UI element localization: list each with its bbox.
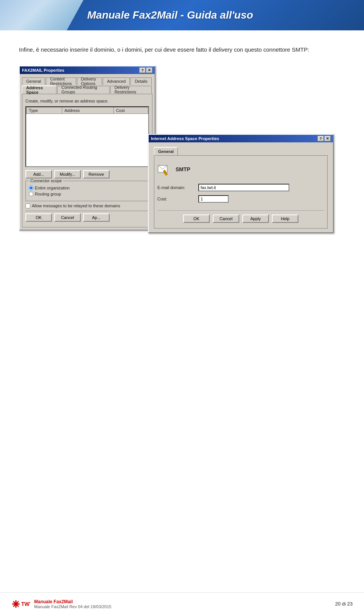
tab-row-1: General Content Restrictions Delivery Op… (22, 76, 152, 85)
header-decoration (0, 0, 83, 30)
col-cost: Cost (114, 107, 148, 114)
page-footer: TWT Manuale Fax2Mail Manuale Fax2Mail Re… (0, 592, 364, 615)
col-address: Address (62, 107, 114, 114)
tab-connected-routing-groups[interactable]: Connected Routing Groups (57, 86, 110, 93)
footer-manual-label: Manuale Fax2Mail (34, 599, 111, 604)
email-domain-row: E-mail domain: (157, 184, 324, 191)
address-space-description: Create, modify, or remove an address spa… (25, 99, 149, 103)
tab-address-space-content: Create, modify, or remove an address spa… (22, 94, 152, 227)
svg-text:TWT: TWT (21, 601, 30, 607)
cost-row: Cost: (157, 195, 324, 203)
page-title: Manuale Fax2Mail - Guida all'uso (87, 9, 253, 21)
smtp-icon (157, 162, 171, 176)
footer-revision: Manuale Fax2Mail Rev 04 del 18/03/2015 (34, 604, 111, 609)
tab-content-restrictions[interactable]: Content Restrictions (46, 77, 76, 85)
remove-button[interactable]: Remove (83, 170, 110, 178)
tab-general-d2[interactable]: General (154, 147, 178, 155)
twt-logo-icon: TWT (11, 596, 30, 612)
internet-address-space-dialog: Internet Address Space Properties ? ✕ Ge… (148, 134, 334, 233)
dialog2-tab-content: SMTP E-mail domain: Cost: (154, 155, 328, 229)
dialog2-title: Internet Address Space Properties (151, 136, 219, 141)
footer-text-area: Manuale Fax2Mail Manuale Fax2Mail Rev 04… (34, 599, 111, 609)
dialog2-titlebar-buttons: ? ✕ (318, 136, 331, 141)
tab-delivery-options[interactable]: Delivery Options (77, 77, 102, 85)
tab-general[interactable]: General (22, 77, 45, 85)
tab-row-2: Address Space Connected Routing Groups D… (22, 85, 152, 94)
main-content: Infine, è necessario inserire il dominio… (0, 30, 364, 331)
radio-entire-org-label: Entire organization (35, 186, 70, 190)
relay-checkbox[interactable] (25, 203, 30, 208)
dialog2-body: General (149, 142, 333, 232)
relay-checkbox-label: Allow messages to be relayed to these do… (32, 203, 120, 208)
footer-page-number: 20 di 23 (335, 601, 353, 607)
smtp-section: SMTP (157, 162, 324, 176)
dialog1-body: General Content Restrictions Delivery Op… (20, 74, 155, 230)
tab-advanced[interactable]: Advanced (103, 77, 130, 85)
dialog1-apply-button[interactable]: Ap... (83, 213, 110, 222)
radio-routing-group: Routing group (29, 192, 146, 196)
action-buttons: Add... Modify... Remove (25, 170, 149, 178)
connector-scope-label: Connector scope (29, 178, 63, 183)
dialog1-titlebar: FAX2MAIL Properties ? ✕ (20, 66, 155, 74)
cost-label: Cost: (157, 197, 195, 201)
tab-delivery-restrictions[interactable]: Delivery Restrictions (110, 86, 152, 93)
email-domain-input[interactable] (198, 184, 289, 191)
email-domain-label: E-mail domain: (157, 185, 195, 190)
dialog1-ok-button[interactable]: OK (25, 213, 52, 222)
col-type: Type (27, 107, 62, 114)
address-space-table-container: Type Address Cost (25, 106, 149, 167)
tab-details[interactable]: Details (130, 77, 152, 85)
win-dialog-2: Internet Address Space Properties ? ✕ Ge… (148, 134, 334, 233)
cost-input[interactable] (198, 195, 229, 203)
tab-address-space[interactable]: Address Space (22, 85, 56, 94)
dialog2-titlebar: Internet Address Space Properties ? ✕ (149, 135, 333, 142)
radio-entire-org-input[interactable] (29, 186, 33, 190)
add-button[interactable]: Add... (25, 170, 52, 178)
dialog2-help-button[interactable]: ? (318, 136, 324, 141)
fax2mail-properties-dialog: FAX2MAIL Properties ? ✕ General Content … (19, 66, 155, 230)
dialog1-cancel-button[interactable]: Cancel (54, 213, 81, 222)
dialog2-ok-button[interactable]: OK (183, 214, 210, 223)
radio-routing-group-label: Routing group (35, 192, 61, 196)
close-button[interactable]: ✕ (146, 68, 152, 73)
modify-button[interactable]: Modify... (54, 170, 81, 178)
help-button[interactable]: ? (140, 68, 146, 73)
footer-separator (25, 211, 149, 211)
dialog2-help-btn[interactable]: Help (272, 214, 298, 223)
smtp-label: SMTP (176, 166, 190, 172)
page-header: Manuale Fax2Mail - Guida all'uso (0, 0, 364, 30)
dialogs-area: FAX2MAIL Properties ? ✕ General Content … (19, 66, 345, 316)
dialog2-apply-button[interactable]: Apply (242, 214, 269, 223)
dialog1-footer-buttons: OK Cancel Ap... (25, 213, 149, 222)
win-dialog-1: FAX2MAIL Properties ? ✕ General Content … (19, 66, 155, 230)
titlebar-buttons: ? ✕ (140, 68, 152, 73)
radio-entire-org: Entire organization (29, 186, 146, 190)
dialog2-footer: OK Cancel Apply Help (157, 210, 324, 225)
footer-logo-area: TWT Manuale Fax2Mail Manuale Fax2Mail Re… (11, 596, 111, 612)
dialog2-tab-row: General (154, 146, 328, 155)
radio-routing-group-input[interactable] (29, 192, 33, 196)
connector-scope-groupbox: Connector scope Entire organization Rout… (25, 181, 149, 201)
address-space-table: Type Address Cost (26, 107, 148, 114)
relay-checkbox-row: Allow messages to be relayed to these do… (25, 203, 149, 208)
dialog2-close-button[interactable]: ✕ (325, 136, 331, 141)
dialog1-title: FAX2MAIL Properties (22, 68, 64, 73)
intro-paragraph: Infine, è necessario inserire il dominio… (19, 46, 345, 54)
dialog2-cancel-button[interactable]: Cancel (213, 214, 239, 223)
